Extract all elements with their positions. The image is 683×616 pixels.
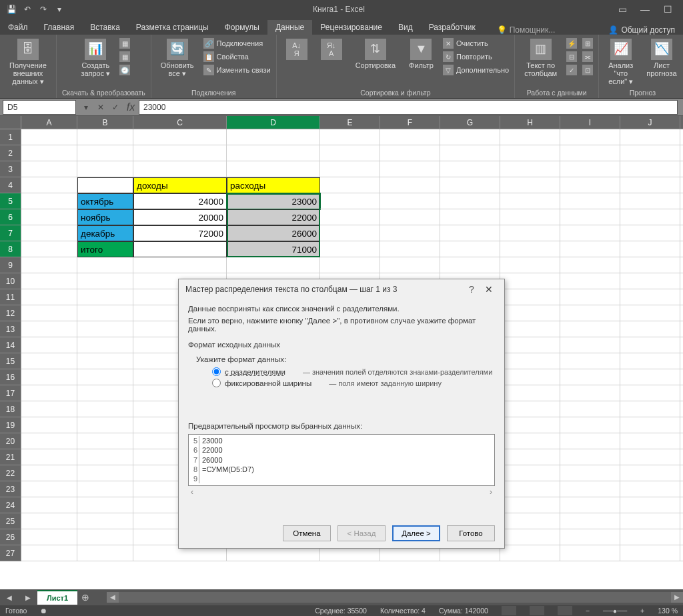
- row-header[interactable]: 21: [0, 449, 21, 465]
- cell[interactable]: [500, 289, 560, 305]
- cell[interactable]: [21, 433, 77, 449]
- cell[interactable]: [21, 481, 77, 497]
- cell[interactable]: [680, 353, 683, 369]
- cell[interactable]: [620, 305, 680, 321]
- row-header[interactable]: 24: [0, 497, 21, 513]
- clear-button[interactable]: ✕Очистить: [443, 37, 509, 49]
- row-header[interactable]: 16: [0, 369, 21, 385]
- cell[interactable]: [620, 145, 680, 161]
- cell[interactable]: [21, 465, 77, 481]
- tell-me[interactable]: 💡Помощник...: [484, 25, 601, 35]
- cell[interactable]: [500, 465, 560, 481]
- cell[interactable]: [680, 401, 683, 417]
- cell[interactable]: [680, 337, 683, 353]
- row-header[interactable]: 5: [0, 193, 21, 209]
- cell[interactable]: [680, 193, 683, 209]
- cell[interactable]: [380, 161, 440, 177]
- name-box[interactable]: [3, 100, 76, 115]
- cell[interactable]: [620, 545, 680, 561]
- cell[interactable]: [21, 385, 77, 401]
- cell[interactable]: [620, 417, 680, 433]
- cancel-button[interactable]: Отмена: [283, 525, 331, 541]
- cell[interactable]: [620, 385, 680, 401]
- view-page-break-icon[interactable]: [558, 606, 572, 615]
- cell[interactable]: [680, 385, 683, 401]
- tab-insert[interactable]: Вставка: [82, 20, 128, 35]
- flash-fill-button[interactable]: ⚡: [566, 37, 577, 49]
- cell[interactable]: [21, 193, 77, 209]
- row-header[interactable]: 18: [0, 401, 21, 417]
- cell[interactable]: [560, 177, 620, 193]
- column-header[interactable]: G: [440, 116, 500, 129]
- cell[interactable]: [21, 449, 77, 465]
- row-header[interactable]: 7: [0, 225, 21, 241]
- fx-icon[interactable]: fx: [123, 101, 139, 113]
- cell[interactable]: [680, 273, 683, 289]
- qat-dropdown-icon[interactable]: ▾: [53, 3, 65, 15]
- cell[interactable]: [227, 145, 320, 161]
- cell[interactable]: итого: [77, 241, 133, 257]
- cell[interactable]: [440, 161, 500, 177]
- radio-fixed[interactable]: [212, 379, 221, 387]
- cell[interactable]: [77, 369, 133, 385]
- row-header[interactable]: 12: [0, 305, 21, 321]
- cell[interactable]: [77, 545, 133, 561]
- sheet-tab[interactable]: Лист1: [37, 590, 77, 605]
- cell[interactable]: [77, 177, 133, 193]
- cell[interactable]: [620, 161, 680, 177]
- cell[interactable]: [133, 129, 227, 145]
- cell[interactable]: [620, 401, 680, 417]
- scroll-right-icon[interactable]: ▶: [671, 592, 683, 603]
- column-header[interactable]: F: [380, 116, 440, 129]
- cell[interactable]: [21, 273, 77, 289]
- tab-data[interactable]: Данные: [267, 20, 312, 35]
- row-header[interactable]: 13: [0, 321, 21, 337]
- cell[interactable]: [500, 401, 560, 417]
- cell[interactable]: [380, 209, 440, 225]
- add-sheet-icon[interactable]: ⊕: [77, 592, 93, 603]
- zoom-out-icon[interactable]: −: [586, 607, 590, 615]
- cell[interactable]: [500, 417, 560, 433]
- cell[interactable]: [620, 337, 680, 353]
- cell[interactable]: [133, 241, 227, 257]
- cell[interactable]: [560, 529, 620, 545]
- help-icon[interactable]: ?: [463, 284, 480, 295]
- cell[interactable]: [500, 545, 560, 561]
- cell[interactable]: [77, 497, 133, 513]
- cell[interactable]: [680, 161, 683, 177]
- cell[interactable]: [21, 369, 77, 385]
- cell[interactable]: [620, 241, 680, 257]
- cell[interactable]: [77, 161, 133, 177]
- cell[interactable]: [620, 321, 680, 337]
- cell[interactable]: [133, 257, 227, 273]
- cell[interactable]: 20000: [133, 209, 227, 225]
- cell[interactable]: [680, 497, 683, 513]
- cell[interactable]: 22000: [227, 209, 320, 225]
- cell[interactable]: расходы: [227, 177, 320, 193]
- cell[interactable]: [21, 545, 77, 561]
- cell[interactable]: [560, 449, 620, 465]
- cell[interactable]: [21, 337, 77, 353]
- forecast-sheet-button[interactable]: 📉Лист прогноза: [642, 37, 680, 79]
- row-header[interactable]: 9: [0, 257, 21, 273]
- cell[interactable]: [21, 209, 77, 225]
- what-if-button[interactable]: 📈Анализ "что если" ▾: [604, 37, 637, 87]
- edit-links-button[interactable]: ✎Изменить связи: [203, 64, 271, 76]
- from-table-button[interactable]: ▦: [119, 51, 130, 63]
- zoom-slider[interactable]: ──●──: [603, 607, 627, 615]
- cell[interactable]: [680, 545, 683, 561]
- cell[interactable]: [500, 161, 560, 177]
- cell[interactable]: доходы: [133, 177, 227, 193]
- cell[interactable]: [620, 481, 680, 497]
- manage-data-model-button[interactable]: ⊡: [582, 64, 593, 76]
- cell[interactable]: [77, 129, 133, 145]
- cell[interactable]: [380, 225, 440, 241]
- cell[interactable]: 24000: [133, 193, 227, 209]
- tab-review[interactable]: Рецензирование: [312, 20, 390, 35]
- cell[interactable]: [560, 289, 620, 305]
- cell[interactable]: [620, 209, 680, 225]
- cancel-icon[interactable]: ✕: [93, 103, 108, 112]
- cell[interactable]: [500, 129, 560, 145]
- cell[interactable]: [560, 209, 620, 225]
- view-page-layout-icon[interactable]: [530, 606, 544, 615]
